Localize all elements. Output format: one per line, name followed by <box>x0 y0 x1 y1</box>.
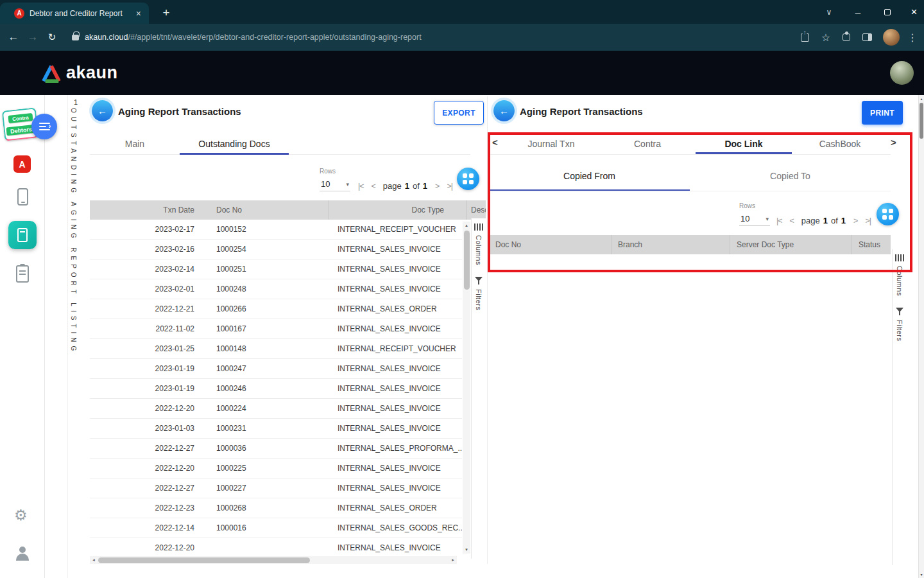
mobile-device-icon[interactable] <box>17 188 28 206</box>
horizontal-scroll-thumb[interactable] <box>98 557 310 563</box>
close-icon[interactable]: × <box>904 0 924 24</box>
table-row[interactable]: 2022-11-021000167INTERNAL_SALES_INVOICE <box>90 319 462 339</box>
first-page-icon[interactable]: |< <box>358 182 364 191</box>
table-row[interactable]: 2022-12-231000268INTERNAL_SALES_ORDER <box>90 498 462 518</box>
pdf-icon[interactable]: A <box>13 155 31 173</box>
minimize-icon[interactable]: – <box>848 0 868 24</box>
doc-no-cell: 1000268 <box>201 504 329 512</box>
tab-cashbook[interactable]: CashBook <box>792 133 888 154</box>
right-panel-back-button[interactable]: ← <box>493 100 515 121</box>
table-row[interactable]: 2022-12-141000016INTERNAL_SALES_GOODS_RE… <box>90 518 462 538</box>
gear-icon[interactable]: ⚙ <box>14 508 28 523</box>
browser-tab[interactable]: A Debtor and Creditor Report × <box>0 3 149 24</box>
txn-date-cell: 2022-12-14 <box>90 523 201 532</box>
doc-type-cell: INTERNAL_SALES_INVOICE <box>329 384 462 393</box>
page-scrollbar[interactable]: ▴ ▾ <box>918 95 924 578</box>
txn-date-cell: 2022-12-27 <box>90 444 201 453</box>
tab-journal-txn[interactable]: Journal Txn <box>503 133 599 154</box>
filters-label[interactable]: Filters <box>896 320 903 341</box>
url-bar[interactable]: akaun.cloud/#/applet/tnt/wavelet/erp/deb… <box>85 33 794 42</box>
maximize-icon[interactable] <box>878 0 897 24</box>
table-row[interactable]: 2022-12-211000266INTERNAL_SALES_ORDER <box>90 299 462 319</box>
scroll-down-icon[interactable]: ▾ <box>919 572 924 577</box>
person-icon[interactable] <box>16 547 29 561</box>
doc-no-cell: 1000227 <box>201 484 329 493</box>
scroll-left-icon[interactable]: ◂ <box>90 556 98 564</box>
back-arrow-icon: ← <box>499 105 509 116</box>
last-page-icon[interactable]: >| <box>865 216 871 225</box>
grid-view-button[interactable] <box>877 203 899 225</box>
browser-menu-icon[interactable]: ⋮ <box>907 31 918 44</box>
print-button[interactable]: PRINT <box>862 101 903 125</box>
browser-profile-avatar[interactable] <box>883 29 900 46</box>
table-row[interactable]: 2022-12-271000036INTERNAL_SALES_PROFORMA… <box>90 439 462 459</box>
first-page-icon[interactable]: |< <box>776 216 782 225</box>
tab-main[interactable]: Main <box>90 133 180 154</box>
chevron-down-icon[interactable]: ∨ <box>820 0 838 24</box>
reload-icon[interactable]: ↻ <box>42 31 62 43</box>
doc-type-cell: INTERNAL_SALES_INVOICE <box>329 364 462 373</box>
last-page-icon[interactable]: >| <box>447 182 452 191</box>
expand-menu-button[interactable] <box>31 114 57 139</box>
table-row[interactable]: 2022-12-20INTERNAL_SALES_INVOICE <box>90 538 462 556</box>
tab-contra[interactable]: Contra <box>599 133 696 154</box>
prev-page-icon[interactable]: < <box>790 216 794 225</box>
side-panel-icon[interactable] <box>862 33 872 41</box>
share-icon[interactable]: ↑ <box>801 33 809 42</box>
rows-per-page-select[interactable]: 10 ▾ <box>320 179 350 191</box>
subtab-copied-from[interactable]: Copied From <box>489 161 690 191</box>
filters-icon[interactable] <box>475 277 483 285</box>
user-avatar[interactable] <box>890 61 914 85</box>
scroll-right-icon[interactable]: ▸ <box>449 556 457 564</box>
doc-no-cell: 1000246 <box>201 384 329 393</box>
columns-icon[interactable] <box>474 223 483 231</box>
akaun-logo: akaun <box>41 63 118 83</box>
filters-icon[interactable] <box>896 308 903 316</box>
col-doc-no: Doc No <box>489 235 611 254</box>
table-row[interactable]: 2023-02-011000248INTERNAL_SALES_INVOICE <box>90 279 462 299</box>
tab-scroll-left-icon[interactable]: < <box>492 137 498 148</box>
table-row[interactable]: 2022-12-201000225INTERNAL_SALES_INVOICE <box>90 459 462 478</box>
table-row[interactable]: 2023-02-171000152INTERNAL_RECEIPT_VOUCHE… <box>90 220 462 240</box>
table-row[interactable]: 2023-01-031000231INTERNAL_SALES_INVOICE <box>90 419 462 439</box>
back-icon[interactable]: ← <box>4 31 23 44</box>
page-scroll-thumb[interactable] <box>920 103 923 139</box>
export-button[interactable]: EXPORT <box>434 101 484 125</box>
tab-scroll-right-icon[interactable]: > <box>891 137 896 148</box>
scroll-up-icon[interactable]: ▴ <box>919 96 924 101</box>
columns-icon[interactable] <box>895 254 904 261</box>
next-page-icon[interactable]: > <box>853 216 857 225</box>
doc-type-cell: INTERNAL_SALES_ORDER <box>329 504 462 512</box>
extensions-icon[interactable] <box>843 33 850 41</box>
vertical-scroll-thumb[interactable] <box>464 231 470 290</box>
rows-per-page-select[interactable]: 10 ▾ <box>739 213 770 226</box>
left-panel-back-button[interactable]: ← <box>92 100 113 121</box>
table-row[interactable]: 2023-01-191000247INTERNAL_SALES_INVOICE <box>90 359 462 379</box>
next-page-icon[interactable]: > <box>435 182 439 191</box>
table-row[interactable]: 2022-12-271000227INTERNAL_SALES_INVOICE <box>90 478 462 498</box>
grid-view-button[interactable] <box>457 168 479 190</box>
new-tab-button[interactable]: + <box>158 4 175 21</box>
tab-close-icon[interactable]: × <box>133 8 144 19</box>
columns-label[interactable]: Columns <box>896 266 903 296</box>
txn-date-cell: 2022-12-20 <box>90 464 201 473</box>
table-row[interactable]: 2023-01-251000148INTERNAL_RECEIPT_VOUCHE… <box>90 339 462 359</box>
table-row[interactable]: 2022-12-201000224INTERNAL_SALES_INVOICE <box>90 399 462 419</box>
table-row[interactable]: 2023-02-161000254INTERNAL_SALES_INVOICE <box>90 240 462 259</box>
tab-outstanding-docs[interactable]: Outstanding Docs <box>180 133 289 154</box>
table-row[interactable]: 2023-01-191000246INTERNAL_SALES_INVOICE <box>90 379 462 399</box>
columns-label[interactable]: Columns <box>475 235 483 265</box>
scroll-up-icon[interactable]: ▴ <box>463 222 470 229</box>
active-applet-button[interactable] <box>8 221 37 249</box>
left-table-horizontal-scrollbar[interactable]: ◂ ▸ <box>90 556 457 564</box>
tab-doc-link[interactable]: Doc Link <box>696 133 792 154</box>
prev-page-icon[interactable]: < <box>372 182 375 191</box>
forward-icon[interactable]: → <box>23 31 42 44</box>
subtab-copied-to[interactable]: Copied To <box>690 161 891 191</box>
filters-label[interactable]: Filters <box>475 289 483 310</box>
table-row[interactable]: 2023-02-141000251INTERNAL_SALES_INVOICE <box>90 259 462 279</box>
left-table-vertical-scrollbar[interactable]: ▴ ▾ <box>463 222 470 554</box>
bookmark-star-icon[interactable]: ☆ <box>821 31 830 44</box>
scroll-down-icon[interactable]: ▾ <box>463 546 470 554</box>
clipboard-icon[interactable] <box>16 265 29 283</box>
